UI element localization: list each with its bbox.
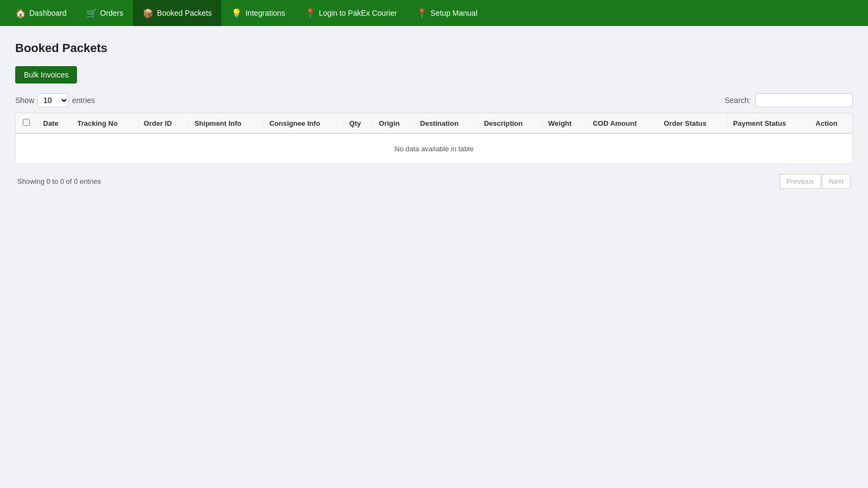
page-title: Booked Packets: [15, 41, 853, 55]
nav-label-booked-packets: Booked Packets: [157, 9, 212, 17]
column-consignee-info: Consignee Info: [264, 113, 343, 133]
column-shipment-info: Shipment Info: [189, 113, 264, 133]
orders-icon: 🛒: [86, 8, 97, 18]
integrations-icon: 💡: [231, 8, 242, 18]
table-body: No data available in table: [16, 133, 852, 164]
select-all-checkbox[interactable]: [23, 119, 30, 126]
column-cod-amount: COD Amount: [587, 113, 658, 133]
column-tracking-no: Tracking No: [72, 113, 138, 133]
table-footer: Showing 0 to 0 of 0 entries Previous Nex…: [15, 169, 853, 191]
pagination-buttons: Previous Next: [780, 174, 851, 189]
search-box: Search:: [725, 93, 853, 107]
nav-item-booked-packets[interactable]: 📦 Booked Packets: [133, 0, 221, 26]
search-input[interactable]: [755, 93, 853, 107]
column-order-status: Order Status: [658, 113, 727, 133]
bulk-invoices-button[interactable]: Bulk Invoices: [15, 66, 77, 84]
table-wrapper: Date Tracking No Order ID Shipment Info …: [15, 113, 853, 164]
nav-item-login-pakex[interactable]: 📍 Login to PakEx Courier: [295, 0, 407, 26]
main-nav: 🏠 Dashboard 🛒 Orders 📦 Booked Packets 💡 …: [0, 0, 868, 26]
next-button[interactable]: Next: [822, 174, 851, 189]
main-content: Booked Packets Bulk Invoices Show 10 25 …: [0, 26, 868, 206]
column-order-id: Order ID: [138, 113, 189, 133]
nav-item-orders[interactable]: 🛒 Orders: [76, 0, 133, 26]
column-origin: Origin: [373, 113, 414, 133]
login-pakex-icon: 📍: [305, 8, 316, 18]
entries-label: entries: [72, 96, 95, 105]
nav-label-login-pakex: Login to PakEx Courier: [319, 9, 397, 17]
nav-item-integrations[interactable]: 💡 Integrations: [221, 0, 295, 26]
nav-label-orders: Orders: [100, 9, 124, 17]
column-action: Action: [810, 113, 852, 133]
nav-item-setup-manual[interactable]: 📍 Setup Manual: [407, 0, 487, 26]
column-payment-status: Payment Status: [727, 113, 810, 133]
column-description: Description: [478, 113, 542, 133]
column-checkbox: [16, 113, 37, 133]
show-entries-control: Show 10 25 50 100 entries: [15, 93, 95, 107]
column-qty: Qty: [343, 113, 373, 133]
column-date: Date: [37, 113, 72, 133]
showing-text: Showing 0 to 0 of 0 entries: [17, 177, 101, 185]
booked-packets-table: Date Tracking No Order ID Shipment Info …: [16, 113, 852, 164]
nav-item-dashboard[interactable]: 🏠 Dashboard: [5, 0, 76, 26]
dashboard-icon: 🏠: [15, 8, 26, 18]
nav-label-setup-manual: Setup Manual: [431, 9, 477, 17]
setup-manual-icon: 📍: [417, 8, 427, 18]
table-header: Date Tracking No Order ID Shipment Info …: [16, 113, 852, 133]
search-label: Search:: [725, 96, 751, 105]
column-destination: Destination: [414, 113, 478, 133]
table-controls: Show 10 25 50 100 entries Search:: [15, 93, 853, 107]
no-data-message: No data available in table: [16, 133, 852, 164]
no-data-row: No data available in table: [16, 133, 852, 164]
previous-button[interactable]: Previous: [780, 174, 821, 189]
nav-label-integrations: Integrations: [245, 9, 285, 17]
entries-select[interactable]: 10 25 50 100: [37, 93, 69, 107]
booked-packets-icon: 📦: [143, 8, 154, 18]
nav-label-dashboard: Dashboard: [29, 9, 67, 17]
column-weight: Weight: [542, 113, 587, 133]
show-label: Show: [15, 96, 34, 105]
